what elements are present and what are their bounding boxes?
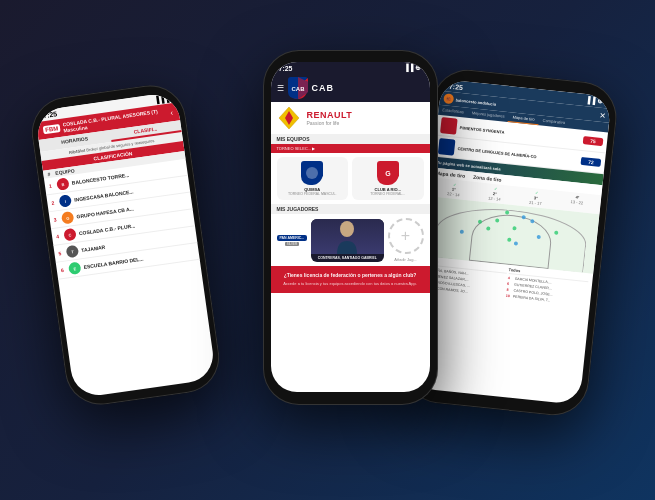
add-player-section: + Añadir Jug...	[388, 218, 424, 262]
zone-1: ✓ 1° 22 - 14	[433, 180, 474, 199]
renault-tagline: Passion for life	[307, 120, 353, 126]
team-thumb-2	[437, 138, 455, 156]
zone-3: ✓ 3° 21 - 17	[515, 188, 556, 207]
sponsor-name: Rib4Slot	[68, 148, 85, 155]
basketball-icon: 🏀	[443, 93, 454, 104]
svg-point-6	[340, 221, 354, 237]
rio-shield: G	[377, 161, 399, 185]
cab-title: CAB	[312, 83, 335, 93]
right-time: 7:25	[448, 82, 463, 90]
back-icon[interactable]: ‹	[169, 108, 173, 117]
rank-6: 6	[60, 266, 69, 273]
renault-banner: RENAULT Passion for life	[271, 102, 430, 134]
player-photo	[311, 219, 383, 254]
baloncesto-brand: baloncesto andalucia	[455, 97, 496, 106]
player-num-r4: 10	[505, 294, 511, 299]
center-topbar: ☰ CAB CAB	[271, 74, 430, 102]
svg-point-4	[306, 167, 318, 179]
team-logo-6: E	[67, 262, 81, 276]
team-logo-4: C	[63, 228, 77, 242]
team-cards-row: QUIMSA TORNEO FEDERAL MASCUL. G CLUB A R…	[271, 153, 430, 204]
rank-2: 2	[51, 199, 60, 206]
svg-text:CAB: CAB	[291, 86, 305, 92]
pan-american-section: PAN AMERIC... SILVER	[277, 235, 308, 246]
renault-text: RENAULT Passion for life	[307, 110, 353, 126]
rank-5: 5	[58, 249, 67, 256]
players-col-2: Todos 4 GARCIA MONTELLA,... 6 GUTIERREZ …	[505, 267, 588, 307]
renault-brand-name: RENAULT	[307, 110, 353, 120]
shot-dot-11	[507, 238, 511, 242]
shot-dot-8	[478, 220, 482, 224]
silver-badge: SILVER	[285, 242, 299, 246]
team-name-4: COSLADA C.B.- PLUR...	[78, 222, 135, 236]
rio-sub: TORNEO FEDERAL...	[370, 192, 405, 196]
svg-text:G: G	[385, 170, 391, 177]
shot-dot-1	[504, 210, 508, 214]
player-num-r2: 6	[506, 282, 512, 287]
team-thumb-1	[440, 117, 458, 135]
center-screen: 7:25 ▐▐ ⊕ ☰ CAB CAB	[271, 62, 430, 392]
team-card-quimsa[interactable]: QUIMSA TORNEO FEDERAL MASCUL.	[277, 157, 349, 200]
team-logo-3: G	[60, 211, 74, 225]
center-signal: ▐▐ ⊕	[404, 64, 422, 72]
team-name-6: ESCUELA BARRIO DEL...	[83, 256, 144, 270]
right-screen: 7:25 ▐▐ ⊕ 🏀 baloncesto andalucia ✕ Estad…	[409, 79, 611, 405]
mis-equipos-label: MIS EQUIPOS	[271, 134, 430, 144]
center-status-bar: 7:25 ▐▐ ⊕	[271, 62, 430, 74]
add-player-label: Añadir Jug...	[394, 257, 416, 262]
shot-dot-7	[536, 235, 540, 239]
team-name-1: BALONCESTO TORRE...	[71, 172, 129, 186]
score-badge-1: 75	[582, 136, 603, 146]
shot-dot-6	[485, 226, 489, 230]
player-cards-row: PAN AMERIC... SILVER CONTRERAS, SANTIAGO…	[271, 214, 430, 266]
quimsa-sub: TORNEO FEDERAL MASCUL.	[288, 192, 336, 196]
phone-center: 7:25 ▐▐ ⊕ ☰ CAB CAB	[263, 50, 438, 405]
center-time: 7:25	[279, 65, 293, 72]
shot-dot-12	[513, 241, 517, 245]
zone-4: 4° 13 - 22	[556, 193, 597, 212]
phone-left: 7:25 ▐▐▐ FBM COSLADA C.B.- PLURAL ASESOR…	[27, 81, 224, 410]
left-screen: 7:25 ▐▐▐ FBM COSLADA C.B.- PLURAL ASESOR…	[34, 91, 216, 398]
cta-sub: Accede a tu licencia y tus equipos acced…	[277, 281, 424, 287]
rank-4: 4	[55, 232, 64, 239]
zone-2: ✓ 2° 12 - 14	[474, 184, 515, 203]
player-card-contreras[interactable]: CONTRERAS, SANTIAGO GABRIEL	[311, 219, 383, 262]
player-num-r1: 4	[507, 276, 513, 281]
cab-shield: CAB	[288, 77, 308, 99]
shot-dot-9	[459, 230, 463, 234]
score-badge-2: 72	[580, 157, 601, 167]
team-name-5: TAJAMAR	[80, 244, 105, 253]
shot-dot-2	[521, 215, 525, 219]
close-icon[interactable]: ✕	[598, 110, 606, 120]
add-player-button[interactable]: +	[388, 218, 424, 254]
license-cta: ¿Tienes licencia de federación o pertene…	[271, 266, 430, 293]
rank-1: 1	[48, 182, 57, 189]
fbm-logo: FBM	[42, 124, 60, 134]
quimsa-shield	[301, 161, 323, 185]
team-name-3: GRUPO HAFESA CB A...	[76, 206, 134, 220]
team-name-2: INGESCASA BALONCE...	[73, 188, 133, 202]
left-signal: ▐▐▐	[153, 95, 169, 104]
renault-logo	[277, 106, 301, 130]
team-logo-5: T	[65, 245, 79, 259]
team-card-rio[interactable]: G CLUB A RIO... TORNEO FEDERAL...	[352, 157, 424, 200]
team-logo-2: I	[58, 194, 72, 208]
team-logo-1: B	[56, 177, 70, 191]
cta-question: ¿Tienes licencia de federación o pertene…	[277, 272, 424, 279]
player-name: CONTRERAS, SANTIAGO GABRIEL	[316, 254, 379, 262]
teams-list: 1 B BALONCESTO TORRE... 2 I INGESCASA BA…	[43, 159, 199, 280]
player-num-r3: 8	[506, 288, 512, 293]
hamburger-icon[interactable]: ☰	[277, 84, 284, 93]
right-signal: ▐▐ ⊕	[585, 96, 604, 106]
team-news-bar: TORNEO SELEC... ▶	[271, 144, 430, 153]
phones-container: 7:25 ▐▐▐ FBM COSLADA C.B.- PLURAL ASESOR…	[38, 20, 618, 480]
rank-3: 3	[53, 216, 62, 223]
rank-header: #	[46, 170, 55, 177]
mis-jugadores-label: MIS JUGADORES	[271, 204, 430, 214]
shot-dot-10	[554, 231, 558, 235]
left-time: 7:25	[42, 110, 57, 119]
pan-american-logo: PAN AMERIC...	[277, 235, 308, 241]
